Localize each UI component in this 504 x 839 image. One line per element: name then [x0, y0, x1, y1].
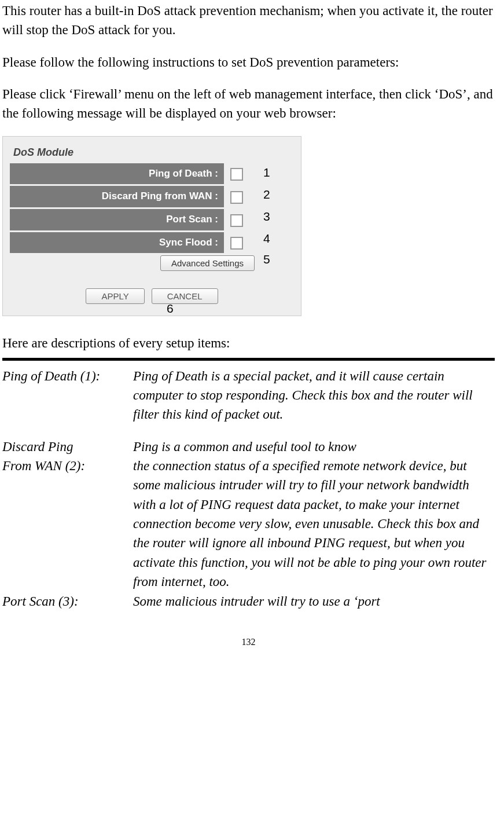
advanced-settings-button[interactable]: Advanced Settings [160, 255, 255, 271]
panel-title: DoS Module [10, 145, 294, 160]
def-desc-discard-ping-line1: Ping is a common and useful tool to know [133, 437, 495, 456]
callout-6: 6 [167, 300, 174, 317]
row-sync-flood: Sync Flood : [10, 232, 294, 254]
row-ping-of-death: Ping of Death : [10, 163, 294, 185]
def-name-port-scan: Port Scan (3): [2, 592, 133, 611]
callout-1: 1 [263, 164, 270, 181]
label-ping-of-death: Ping of Death : [10, 163, 224, 185]
paragraph-intro-3: Please click ‘Firewall’ menu on the left… [2, 85, 495, 123]
callout-4: 4 [263, 230, 270, 247]
label-sync-flood: Sync Flood : [10, 232, 224, 254]
checkbox-port-scan[interactable] [230, 214, 243, 227]
checkbox-discard-ping-wan[interactable] [230, 191, 243, 204]
checkbox-ping-of-death[interactable] [230, 168, 243, 181]
definitions-table: Ping of Death (1): Ping of Death is a sp… [2, 367, 495, 611]
cancel-button[interactable]: CANCEL [152, 288, 218, 304]
paragraph-intro-1: This router has a built-in DoS attack pr… [2, 1, 495, 40]
def-name-discard-ping-line1: Discard Ping [2, 437, 133, 456]
row-discard-ping-wan: Discard Ping from WAN : [10, 186, 294, 207]
dos-module-screenshot: DoS Module Ping of Death : Discard Ping … [2, 136, 301, 317]
row-port-scan: Port Scan : [10, 209, 294, 230]
def-name-ping-of-death: Ping of Death (1): [2, 367, 133, 437]
callout-2: 2 [263, 186, 270, 203]
descriptions-heading: Here are descriptions of every setup ite… [2, 334, 495, 353]
page-number: 132 [2, 635, 495, 649]
def-desc-port-scan: Some malicious intruder will try to use … [133, 592, 495, 611]
def-name-discard-ping-line2: From WAN (2): [2, 456, 133, 591]
checkbox-sync-flood[interactable] [230, 237, 243, 250]
def-desc-ping-of-death: Ping of Death is a special packet, and i… [133, 367, 495, 437]
apply-button[interactable]: APPLY [86, 288, 144, 304]
callout-5: 5 [263, 251, 270, 268]
paragraph-intro-2: Please follow the following instructions… [2, 53, 495, 72]
callout-3: 3 [263, 208, 270, 225]
def-desc-discard-ping-rest: the connection status of a specified rem… [133, 456, 495, 591]
divider [2, 358, 495, 361]
label-port-scan: Port Scan : [10, 209, 224, 230]
label-discard-ping-wan: Discard Ping from WAN : [10, 186, 224, 207]
